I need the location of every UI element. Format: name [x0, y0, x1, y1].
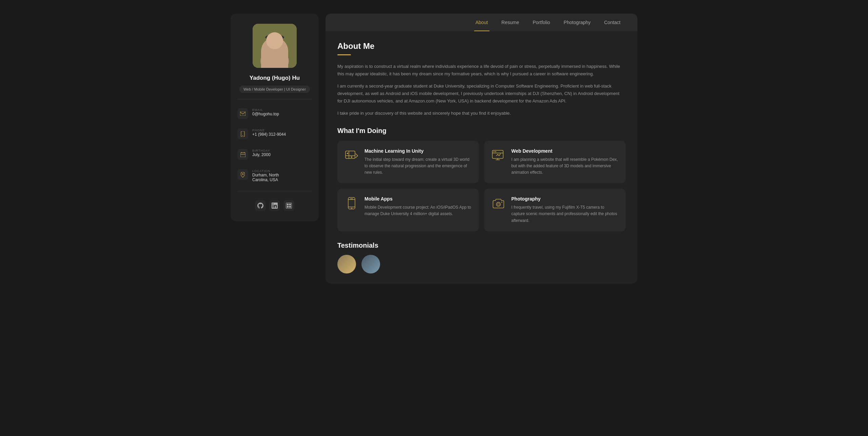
ml-title: Machine Learning In Unity: [364, 148, 472, 154]
profile-card: Yadong (Hugo) Hu Web / Mobile Developer …: [231, 14, 319, 221]
service-card-web: Web Development I am planning a website …: [484, 141, 626, 184]
svg-point-27: [495, 151, 496, 152]
svg-rect-34: [350, 198, 353, 199]
svg-point-35: [496, 202, 500, 206]
svg-point-22: [347, 153, 348, 154]
avatar-wrapper: [253, 24, 297, 68]
svg-point-26: [494, 151, 495, 152]
mobile-icon: [344, 196, 359, 211]
nav-about[interactable]: About: [469, 14, 495, 31]
bio-paragraph-2: I am currently a second-year graduate st…: [337, 82, 626, 105]
service-card-ml: Machine Learning In Unity The initial st…: [337, 141, 479, 184]
birthday-label: BIRTHDAY: [252, 149, 271, 152]
svg-rect-6: [240, 112, 245, 116]
location-value: Durham, NorthCarolina, USA: [252, 173, 279, 182]
photo-text: Photography I frequently travel, using m…: [511, 196, 619, 224]
ml-icon: [344, 148, 359, 163]
svg-point-23: [351, 156, 352, 158]
about-title: About Me: [337, 41, 626, 51]
title-underline: [337, 54, 351, 55]
social-links: [255, 200, 294, 211]
svg-rect-9: [240, 153, 245, 157]
svg-rect-18: [289, 206, 291, 208]
mobile-desc: Mobile Development course project: An iO…: [364, 204, 472, 217]
contact-birthday: BIRTHDAY July, 2000: [237, 146, 312, 163]
avatar: [253, 24, 297, 68]
content-area: About Me My aspiration is to construct a…: [326, 31, 637, 284]
svg-rect-16: [289, 204, 291, 205]
svg-point-37: [501, 202, 502, 203]
birthday-info: BIRTHDAY July, 2000: [252, 149, 271, 157]
svg-point-13: [242, 173, 243, 175]
contact-location: LOCATION Durham, NorthCarolina, USA: [237, 167, 312, 185]
web-text: Web Development I am planning a website …: [511, 148, 619, 176]
email-label: EMAIL: [252, 108, 279, 112]
testimonials-row: [337, 255, 626, 273]
svg-rect-15: [287, 204, 289, 205]
testimonial-avatar-2: [361, 255, 380, 273]
nav-resume[interactable]: Resume: [495, 14, 526, 31]
phone-info: PHONE +1 (984) 312-9044: [252, 129, 286, 137]
svg-rect-17: [287, 206, 289, 208]
svg-point-36: [497, 203, 499, 205]
svg-point-33: [351, 208, 352, 209]
divider-1: [237, 99, 312, 99]
location-label: LOCATION: [252, 169, 279, 173]
dribbble-icon[interactable]: [283, 200, 294, 211]
services-grid: Machine Learning In Unity The initial st…: [337, 141, 626, 231]
svg-point-4: [265, 35, 284, 40]
photo-title: Photography: [511, 196, 619, 202]
contact-email: EMAIL 0@hugohu.top: [237, 106, 312, 122]
svg-point-8: [242, 135, 243, 136]
testimonial-avatar-1: [337, 255, 356, 273]
mobile-title: Mobile Apps: [364, 196, 472, 202]
svg-rect-5: [269, 35, 280, 39]
email-info: EMAIL 0@hugohu.top: [252, 108, 279, 116]
location-info: LOCATION Durham, NorthCarolina, USA: [252, 169, 279, 182]
phone-value: +1 (984) 312-9044: [252, 132, 286, 137]
service-card-mobile: Mobile Apps Mobile Development course pr…: [337, 189, 479, 231]
email-icon: [237, 108, 248, 119]
birthday-icon: [237, 149, 248, 160]
github-icon[interactable]: [255, 200, 266, 211]
phone-label: PHONE: [252, 129, 286, 132]
svg-rect-30: [348, 197, 355, 209]
ml-desc: The initial step toward my dream: create…: [364, 156, 472, 176]
svg-rect-1: [253, 24, 297, 68]
bio-paragraph-3: I take pride in your discovery of this w…: [337, 110, 626, 117]
phone-icon: [237, 129, 248, 139]
divider-2: [237, 191, 312, 191]
page-wrapper: Yadong (Hugo) Hu Web / Mobile Developer …: [231, 14, 637, 284]
main-content-card: About Resume Portfolio Photography Conta…: [326, 14, 637, 284]
svg-point-2: [260, 49, 289, 68]
web-icon: [491, 148, 506, 163]
email-value: 0@hugohu.top: [252, 112, 279, 116]
profile-title: Web / Mobile Developer | UI Designer: [239, 86, 310, 93]
nav-photography[interactable]: Photography: [557, 14, 597, 31]
ml-text: Machine Learning In Unity The initial st…: [364, 148, 472, 176]
nav-portfolio[interactable]: Portfolio: [526, 14, 557, 31]
bio-paragraph-1: My aspiration is to construct a virtual …: [337, 63, 626, 78]
camera-icon: [491, 196, 506, 211]
web-desc: I am planning a website that will resemb…: [511, 156, 619, 176]
photo-desc: I frequently travel, using my Fujifilm X…: [511, 204, 619, 224]
nav-bar: About Resume Portfolio Photography Conta…: [326, 14, 637, 31]
service-card-photo: Photography I frequently travel, using m…: [484, 189, 626, 231]
nav-contact[interactable]: Contact: [597, 14, 627, 31]
birthday-value: July, 2000: [252, 152, 271, 157]
mobile-text: Mobile Apps Mobile Development course pr…: [364, 196, 472, 217]
linkedin-icon[interactable]: [269, 200, 280, 211]
svg-point-3: [266, 35, 283, 54]
what-doing-title: What I'm Doing: [337, 127, 626, 135]
web-title: Web Development: [511, 148, 619, 154]
location-icon: [237, 169, 248, 180]
profile-name: Yadong (Hugo) Hu: [250, 75, 300, 81]
svg-rect-19: [346, 151, 355, 158]
contact-phone: PHONE +1 (984) 312-9044: [237, 126, 312, 142]
testimonials-title: Testimonials: [337, 242, 626, 249]
